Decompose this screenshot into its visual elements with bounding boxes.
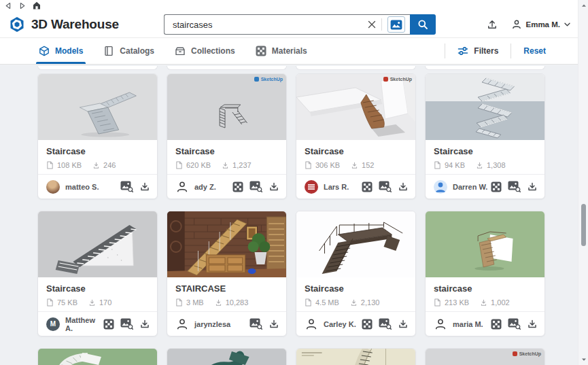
- tab-materials[interactable]: Materials: [256, 38, 307, 64]
- search-input[interactable]: staircases: [173, 20, 362, 30]
- image-search-icon[interactable]: [379, 318, 392, 330]
- search-button[interactable]: [410, 14, 436, 35]
- logo[interactable]: 3D Warehouse: [9, 16, 119, 33]
- author-name[interactable]: jarynzlesa: [194, 320, 230, 328]
- image-search-icon[interactable]: [379, 181, 392, 192]
- model-thumbnail[interactable]: SketchUp: [426, 349, 544, 365]
- model-thumbnail[interactable]: [426, 74, 544, 140]
- tab-models[interactable]: Models: [39, 38, 83, 64]
- model-card[interactable]: STAIRCASE 3 MB 10,283 jarynzlesa: [167, 211, 287, 336]
- model-card[interactable]: Staircase 94 KB 1,308 Darren W.: [425, 73, 545, 199]
- model-thumbnail[interactable]: SketchUp: [167, 74, 286, 140]
- model-card[interactable]: [167, 348, 287, 365]
- avatar[interactable]: [175, 317, 189, 331]
- image-search-icon[interactable]: [120, 318, 133, 330]
- author-name[interactable]: Lars R.: [324, 183, 349, 191]
- avatar[interactable]: [434, 180, 447, 194]
- reset-button[interactable]: Reset: [523, 46, 546, 56]
- scroll-up-arrow[interactable]: [578, 1, 588, 10]
- model-card[interactable]: SketchUp Staircase 620 KB 1,237 ady Z.: [167, 73, 287, 199]
- author-name[interactable]: maria M.: [453, 320, 483, 328]
- divider: [445, 44, 445, 58]
- avatar[interactable]: [305, 180, 318, 194]
- avatar[interactable]: [305, 317, 318, 331]
- model-title[interactable]: Staircase: [46, 146, 149, 156]
- model-card[interactable]: [37, 348, 158, 365]
- home-icon[interactable]: [32, 1, 41, 10]
- model-thumbnail[interactable]: [426, 211, 544, 277]
- model-thumbnail[interactable]: [296, 211, 415, 277]
- image-search-icon[interactable]: [249, 181, 262, 192]
- model-title[interactable]: Staircase: [46, 283, 149, 294]
- blue-person-avatar-icon: [434, 180, 447, 194]
- author-name[interactable]: Matthew A.: [65, 316, 103, 332]
- model-thumbnail[interactable]: [38, 211, 157, 277]
- search-field[interactable]: staircases: [164, 14, 410, 35]
- download-icon[interactable]: [398, 181, 409, 192]
- model-card[interactable]: SketchUp: [425, 348, 545, 365]
- model-title[interactable]: Staircase: [305, 283, 407, 294]
- download-icon[interactable]: [527, 319, 538, 330]
- download-icon[interactable]: [269, 181, 279, 192]
- author-name[interactable]: Darren W.: [453, 183, 487, 191]
- forward-icon[interactable]: [18, 2, 26, 10]
- model-card[interactable]: Staircase 108 KB 246 matteo S.: [37, 73, 158, 199]
- materials-icon[interactable]: [232, 181, 243, 192]
- materials-icon[interactable]: [362, 181, 373, 192]
- download-icon[interactable]: [398, 319, 409, 330]
- tab-catalogs[interactable]: Catalogs: [103, 38, 154, 64]
- model-thumbnail[interactable]: [38, 74, 157, 140]
- model-title[interactable]: staircase: [434, 283, 536, 294]
- user-menu[interactable]: Emma M.: [511, 19, 571, 30]
- user-icon: [511, 19, 522, 30]
- model-card[interactable]: Staircase 75 KB 170 M Matthew A.: [37, 211, 158, 336]
- materials-icon[interactable]: [491, 319, 502, 330]
- model-thumbnail[interactable]: [167, 211, 286, 277]
- model-card[interactable]: Staircase 4.5 MB 2,130 Carley K.: [296, 211, 416, 336]
- model-thumbnail[interactable]: [38, 349, 157, 365]
- page-scrollbar[interactable]: [578, 0, 588, 365]
- model-thumbnail[interactable]: SketchUp: [296, 74, 415, 140]
- model-card[interactable]: [296, 348, 416, 365]
- clear-search-icon[interactable]: [368, 20, 376, 29]
- back-icon[interactable]: [5, 2, 12, 10]
- tab-bar: Models Catalogs Collections Materials Fi…: [0, 38, 588, 65]
- image-search-button[interactable]: [387, 16, 405, 33]
- download-count: 10,283: [215, 298, 249, 307]
- image-search-icon[interactable]: [249, 318, 262, 330]
- image-search-icon[interactable]: [508, 181, 521, 192]
- model-thumbnail[interactable]: [296, 349, 415, 365]
- model-card[interactable]: SketchUp Staircase 306 KB 152 Lars R.: [296, 73, 416, 199]
- file-size: 306 KB: [305, 161, 340, 169]
- download-icon[interactable]: [527, 181, 538, 192]
- scroll-down-arrow[interactable]: [578, 355, 588, 364]
- tab-collections[interactable]: Collections: [175, 38, 235, 64]
- author-name[interactable]: Carley K.: [324, 320, 356, 328]
- author-name[interactable]: matteo S.: [65, 183, 99, 191]
- image-search-icon[interactable]: [508, 318, 521, 330]
- scrollbar-thumb[interactable]: [581, 204, 586, 246]
- model-title[interactable]: Staircase: [434, 146, 536, 156]
- model-title[interactable]: STAIRCASE: [175, 283, 278, 294]
- model-title[interactable]: Staircase: [305, 146, 407, 156]
- materials-icon[interactable]: [491, 181, 502, 192]
- person-outline-icon: [175, 180, 189, 194]
- download-icon[interactable]: [139, 181, 150, 192]
- upload-icon[interactable]: [487, 19, 498, 30]
- image-search-icon[interactable]: [120, 181, 133, 192]
- avatar[interactable]: M: [46, 317, 60, 331]
- model-title[interactable]: Staircase: [175, 146, 278, 156]
- model-card[interactable]: staircase 213 KB 1,002 maria M.: [425, 211, 545, 336]
- download-icon[interactable]: [269, 319, 279, 330]
- model-thumbnail[interactable]: [167, 349, 286, 365]
- download-icon[interactable]: [139, 319, 150, 330]
- avatar[interactable]: [434, 317, 447, 331]
- avatar[interactable]: [175, 180, 189, 194]
- download-count: 152: [351, 161, 374, 169]
- download-count: 170: [88, 298, 111, 307]
- filters-button[interactable]: Filters: [457, 46, 498, 56]
- author-name[interactable]: ady Z.: [194, 183, 216, 191]
- materials-icon[interactable]: [103, 319, 114, 330]
- avatar[interactable]: [46, 180, 60, 194]
- materials-icon[interactable]: [362, 319, 373, 330]
